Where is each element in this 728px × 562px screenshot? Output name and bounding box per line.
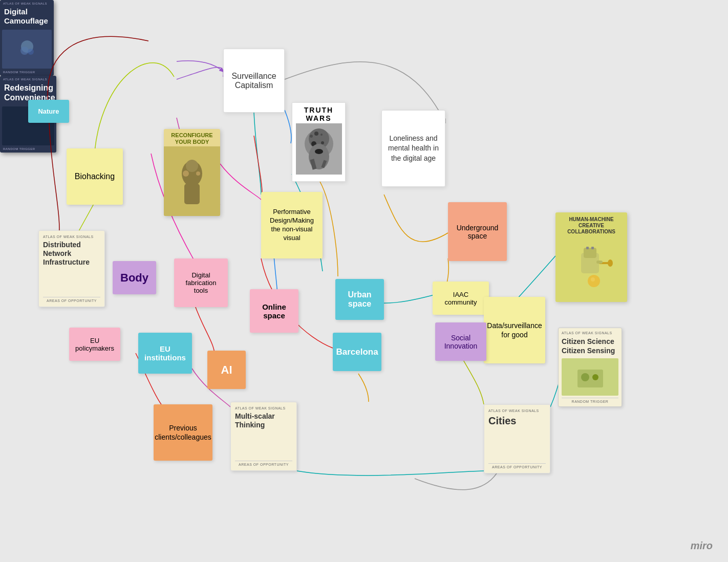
svg-point-12 <box>314 132 318 136</box>
human-machine-card[interactable]: HUMAN-MACHINE CREATIVE COLLABORATIONS <box>555 212 627 302</box>
citizen-science-card[interactable]: ATLAS OF WEAK SIGNALS Citizen Science Ci… <box>558 328 622 407</box>
citizen-atlas-bottom: RANDOM TRIGGER <box>562 398 618 403</box>
barcelona-label: Barcelona <box>336 347 378 357</box>
surveillance-capitalism-label: Surveillance Capitalism <box>228 72 280 90</box>
distributed-network-title: Distributed Network Infrastructure <box>43 241 100 266</box>
multi-scalar-card[interactable]: ATLAS OF WEAK SIGNALS Multi-scalar Think… <box>230 402 297 471</box>
performative-design-card[interactable]: Performative Design/Making the non-visua… <box>261 192 323 258</box>
digital-fabrication-card[interactable]: Digital fabrication tools <box>174 258 228 307</box>
svg-point-11 <box>310 135 313 138</box>
biohacking-label: Biohacking <box>75 172 115 181</box>
camouflage-icon <box>14 36 40 62</box>
svg-rect-23 <box>591 247 594 249</box>
citizen-image <box>575 364 606 390</box>
nature-label: Nature <box>38 107 59 115</box>
digital-camouflage-title: Digital Camouflage <box>0 5 54 28</box>
canvas: Nature ATLAS OF WEAK SIGNALS Digital Cam… <box>0 0 728 562</box>
reconfigure-your-body-card[interactable]: RECONFIGURE YOUR BODY <box>164 129 220 216</box>
multi-scalar-title: Multi-scalar Thinking <box>235 412 292 429</box>
urban-space-label: Urban space <box>339 290 380 309</box>
underground-space-label: Underground space <box>452 224 503 240</box>
performative-design-label: Performative Design/Making the non-visua… <box>265 208 318 243</box>
underground-space-card[interactable]: Underground space <box>448 202 507 261</box>
online-space-label: Online space <box>254 302 294 320</box>
book-bottom-label: RANDOM TRIGGER <box>0 71 54 76</box>
multi-scalar-atlas-bottom: AREAS OF OPPORTUNITY <box>235 461 292 466</box>
atlas-bottom-label: AREAS OF OPPORTUNITY <box>43 297 100 302</box>
truth-wars-title: TRUTH WARS <box>292 103 345 123</box>
body-label: Body <box>120 271 148 285</box>
svg-point-4 <box>186 160 198 172</box>
redesigning-atlas-bottom: RANDOM TRIGGER <box>0 147 56 153</box>
previous-clients-card[interactable]: Previous clients/colleagues <box>154 404 212 461</box>
reconfigure-image <box>172 156 212 207</box>
surveillance-capitalism-card[interactable]: Surveillance Capitalism <box>223 49 285 113</box>
citizen-title: Citizen Science Citizen Sensing <box>562 337 618 355</box>
svg-point-13 <box>320 134 323 136</box>
barcelona-card[interactable]: Barcelona <box>333 333 381 371</box>
svg-rect-22 <box>586 247 589 249</box>
ai-card[interactable]: AI <box>207 351 246 389</box>
digital-fabrication-label: Digital fabrication tools <box>178 271 224 294</box>
eu-policymakers-card[interactable]: EU policymakers <box>69 328 120 361</box>
svg-point-28 <box>591 277 595 282</box>
digital-camouflage-card[interactable]: ATLAS OF WEAK SIGNALS Digital Camouflage… <box>0 0 54 76</box>
svg-rect-21 <box>584 248 596 258</box>
human-machine-image <box>568 243 614 294</box>
cities-atlas-bottom: AREAS OF OPPORTUNITY <box>488 463 546 469</box>
svg-point-6 <box>183 170 189 177</box>
svg-rect-5 <box>184 184 200 204</box>
urban-space-card[interactable]: Urban space <box>335 279 384 320</box>
svg-point-31 <box>592 374 598 380</box>
svg-point-25 <box>608 260 613 267</box>
iaac-community-label: IAAC community <box>437 291 485 306</box>
svg-rect-26 <box>596 261 603 264</box>
social-innovation-card[interactable]: Social Innovation <box>435 322 486 361</box>
redesigning-atlas-top: ATLAS OF WEAK SIGNALS <box>0 76 56 81</box>
reconfigure-title: RECONFIGURE YOUR BODY <box>164 129 220 146</box>
svg-point-7 <box>196 171 200 176</box>
cities-card[interactable]: ATLAS OF WEAK SIGNALS Cities AREAS OF OP… <box>484 404 550 473</box>
eu-institutions-label: EU institutions <box>142 344 188 362</box>
miro-logo: miro <box>691 540 713 552</box>
citizen-atlas-top: ATLAS OF WEAK SIGNALS <box>562 331 618 335</box>
eu-policymakers-label: EU policymakers <box>73 337 116 352</box>
svg-point-15 <box>321 141 324 144</box>
data-surveillance-label: Data/surveillance for good <box>487 321 542 339</box>
cities-atlas-top: ATLAS OF WEAK SIGNALS <box>488 409 546 413</box>
ai-label: AI <box>221 363 232 377</box>
truth-wars-card[interactable]: TRUTH WARS <box>292 102 346 182</box>
previous-clients-label: Previous clients/colleagues <box>155 423 211 442</box>
biohacking-card[interactable]: Biohacking <box>67 148 123 205</box>
online-space-card[interactable]: Online space <box>250 289 298 333</box>
human-machine-title: HUMAN-MACHINE CREATIVE COLLABORATIONS <box>560 217 623 235</box>
multi-scalar-atlas-top: ATLAS OF WEAK SIGNALS <box>235 406 292 410</box>
distributed-network-card[interactable]: ATLAS OF WEAK SIGNALS Distributed Networ… <box>38 230 105 307</box>
svg-point-2 <box>28 49 34 55</box>
iaac-community-card[interactable]: IAAC community <box>433 282 489 315</box>
nature-card[interactable]: Nature <box>28 100 69 123</box>
truth-wars-image <box>296 123 342 175</box>
atlas-top-label: ATLAS OF WEAK SIGNALS <box>43 235 100 239</box>
data-surveillance-card[interactable]: Data/surveillance for good <box>484 297 545 363</box>
social-innovation-label: Social Innovation <box>439 334 482 350</box>
eu-institutions-card[interactable]: EU institutions <box>138 333 192 374</box>
body-card[interactable]: Body <box>113 261 156 294</box>
svg-point-19 <box>315 149 323 154</box>
cities-title: Cities <box>488 415 546 427</box>
truth-wars-svg <box>296 123 342 175</box>
loneliness-card[interactable]: Loneliness and mental health in the digi… <box>381 110 445 187</box>
svg-point-1 <box>20 47 29 55</box>
book-top-label: ATLAS OF WEAK SIGNALS <box>0 0 54 5</box>
svg-point-30 <box>581 373 589 381</box>
loneliness-label: Loneliness and mental health in the digi… <box>386 134 441 164</box>
